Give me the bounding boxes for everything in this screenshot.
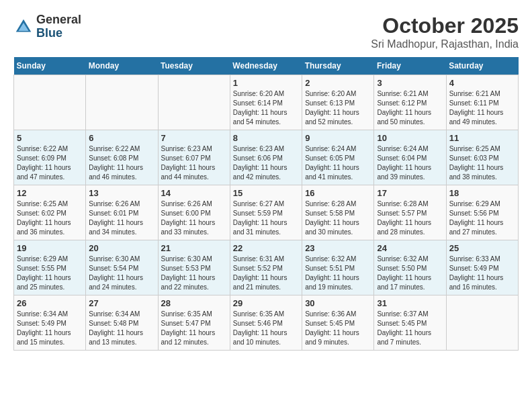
calendar-cell: 25Sunrise: 6:33 AM Sunset: 5:49 PM Dayli… (446, 240, 518, 295)
day-info: Sunrise: 6:23 AM Sunset: 6:07 PM Dayligh… (161, 144, 227, 182)
calendar-cell: 10Sunrise: 6:24 AM Sunset: 6:04 PM Dayli… (374, 130, 446, 185)
day-info: Sunrise: 6:21 AM Sunset: 6:11 PM Dayligh… (449, 89, 515, 127)
day-number: 11 (449, 133, 515, 143)
calendar-cell: 15Sunrise: 6:27 AM Sunset: 5:59 PM Dayli… (230, 185, 302, 240)
day-info: Sunrise: 6:20 AM Sunset: 6:13 PM Dayligh… (305, 89, 371, 127)
day-info: Sunrise: 6:32 AM Sunset: 5:50 PM Dayligh… (377, 255, 443, 292)
calendar-cell: 20Sunrise: 6:30 AM Sunset: 5:54 PM Dayli… (86, 240, 158, 295)
day-number: 12 (17, 188, 83, 198)
day-info: Sunrise: 6:23 AM Sunset: 6:06 PM Dayligh… (233, 144, 299, 182)
column-header-thursday: Thursday (302, 57, 374, 75)
calendar-cell: 26Sunrise: 6:34 AM Sunset: 5:49 PM Dayli… (14, 295, 86, 351)
calendar-cell: 17Sunrise: 6:28 AM Sunset: 5:57 PM Dayli… (374, 185, 446, 240)
calendar-cell: 23Sunrise: 6:32 AM Sunset: 5:51 PM Dayli… (302, 240, 374, 295)
day-info: Sunrise: 6:20 AM Sunset: 6:14 PM Dayligh… (233, 89, 299, 127)
calendar-cell: 3Sunrise: 6:21 AM Sunset: 6:12 PM Daylig… (374, 75, 446, 130)
calendar-header-row: SundayMondayTuesdayWednesdayThursdayFrid… (14, 57, 519, 75)
calendar-cell: 16Sunrise: 6:28 AM Sunset: 5:58 PM Dayli… (302, 185, 374, 240)
day-number: 6 (89, 133, 154, 143)
column-header-friday: Friday (374, 57, 446, 75)
calendar-cell: 13Sunrise: 6:26 AM Sunset: 6:01 PM Dayli… (86, 185, 158, 240)
calendar-cell: 27Sunrise: 6:34 AM Sunset: 5:48 PM Dayli… (86, 295, 158, 351)
logo-text: General Blue (36, 13, 81, 40)
calendar-cell: 2Sunrise: 6:20 AM Sunset: 6:13 PM Daylig… (302, 75, 374, 130)
day-number: 10 (377, 133, 443, 143)
day-number: 26 (17, 298, 83, 308)
day-number: 25 (449, 243, 515, 253)
day-number: 4 (449, 78, 515, 88)
day-number: 18 (449, 188, 515, 198)
day-info: Sunrise: 6:30 AM Sunset: 5:54 PM Dayligh… (89, 255, 154, 292)
calendar-week-1: 1Sunrise: 6:20 AM Sunset: 6:14 PM Daylig… (14, 75, 519, 130)
day-number: 9 (305, 133, 371, 143)
day-number: 1 (233, 78, 299, 88)
day-number: 21 (161, 243, 227, 253)
column-header-monday: Monday (86, 57, 158, 75)
page-header: General Blue October 2025 Sri Madhopur, … (13, 13, 519, 50)
day-info: Sunrise: 6:32 AM Sunset: 5:51 PM Dayligh… (305, 255, 371, 292)
day-info: Sunrise: 6:27 AM Sunset: 5:59 PM Dayligh… (233, 199, 299, 237)
day-info: Sunrise: 6:30 AM Sunset: 5:53 PM Dayligh… (161, 255, 227, 292)
day-info: Sunrise: 6:24 AM Sunset: 6:05 PM Dayligh… (305, 144, 371, 182)
calendar-cell: 21Sunrise: 6:30 AM Sunset: 5:53 PM Dayli… (158, 240, 230, 295)
calendar-cell: 6Sunrise: 6:22 AM Sunset: 6:08 PM Daylig… (86, 130, 158, 185)
column-header-sunday: Sunday (14, 57, 86, 75)
column-header-wednesday: Wednesday (230, 57, 302, 75)
day-number: 16 (305, 188, 371, 198)
day-number: 30 (305, 298, 371, 308)
day-number: 28 (161, 298, 227, 308)
day-info: Sunrise: 6:35 AM Sunset: 5:46 PM Dayligh… (233, 310, 299, 347)
day-info: Sunrise: 6:29 AM Sunset: 5:55 PM Dayligh… (17, 255, 83, 292)
day-info: Sunrise: 6:29 AM Sunset: 5:56 PM Dayligh… (449, 199, 515, 237)
calendar-table: SundayMondayTuesdayWednesdayThursdayFrid… (13, 57, 519, 351)
column-header-tuesday: Tuesday (158, 57, 230, 75)
calendar-cell: 19Sunrise: 6:29 AM Sunset: 5:55 PM Dayli… (14, 240, 86, 295)
day-number: 8 (233, 133, 299, 143)
day-info: Sunrise: 6:31 AM Sunset: 5:52 PM Dayligh… (233, 255, 299, 292)
day-info: Sunrise: 6:25 AM Sunset: 6:03 PM Dayligh… (449, 144, 515, 182)
calendar-cell: 14Sunrise: 6:26 AM Sunset: 6:00 PM Dayli… (158, 185, 230, 240)
day-info: Sunrise: 6:36 AM Sunset: 5:45 PM Dayligh… (305, 310, 371, 347)
day-number: 23 (305, 243, 371, 253)
calendar-cell: 1Sunrise: 6:20 AM Sunset: 6:14 PM Daylig… (230, 75, 302, 130)
day-number: 19 (17, 243, 83, 253)
day-number: 17 (377, 188, 443, 198)
day-number: 31 (377, 298, 443, 308)
calendar-cell: 22Sunrise: 6:31 AM Sunset: 5:52 PM Dayli… (230, 240, 302, 295)
day-info: Sunrise: 6:25 AM Sunset: 6:02 PM Dayligh… (17, 199, 83, 237)
calendar-cell: 28Sunrise: 6:35 AM Sunset: 5:47 PM Dayli… (158, 295, 230, 351)
calendar-cell (446, 295, 518, 351)
day-number: 15 (233, 188, 299, 198)
location-subtitle: Sri Madhopur, Rajasthan, India (371, 38, 519, 50)
calendar-cell: 24Sunrise: 6:32 AM Sunset: 5:50 PM Dayli… (374, 240, 446, 295)
day-info: Sunrise: 6:22 AM Sunset: 6:09 PM Dayligh… (17, 144, 83, 182)
day-number: 2 (305, 78, 371, 88)
day-info: Sunrise: 6:22 AM Sunset: 6:08 PM Dayligh… (89, 144, 154, 182)
month-title: October 2025 (371, 13, 519, 38)
calendar-cell: 30Sunrise: 6:36 AM Sunset: 5:45 PM Dayli… (302, 295, 374, 351)
day-info: Sunrise: 6:35 AM Sunset: 5:47 PM Dayligh… (161, 310, 227, 347)
day-number: 13 (89, 188, 154, 198)
calendar-cell (14, 75, 86, 130)
day-info: Sunrise: 6:37 AM Sunset: 5:45 PM Dayligh… (377, 310, 443, 347)
calendar-week-5: 26Sunrise: 6:34 AM Sunset: 5:49 PM Dayli… (14, 295, 519, 351)
day-info: Sunrise: 6:26 AM Sunset: 6:01 PM Dayligh… (89, 199, 154, 237)
day-number: 29 (233, 298, 299, 308)
calendar-cell: 11Sunrise: 6:25 AM Sunset: 6:03 PM Dayli… (446, 130, 518, 185)
calendar-cell: 29Sunrise: 6:35 AM Sunset: 5:46 PM Dayli… (230, 295, 302, 351)
day-number: 7 (161, 133, 227, 143)
day-number: 14 (161, 188, 227, 198)
day-info: Sunrise: 6:28 AM Sunset: 5:58 PM Dayligh… (305, 199, 371, 237)
day-info: Sunrise: 6:21 AM Sunset: 6:12 PM Dayligh… (377, 89, 443, 127)
day-number: 3 (377, 78, 443, 88)
calendar-cell: 9Sunrise: 6:24 AM Sunset: 6:05 PM Daylig… (302, 130, 374, 185)
day-number: 24 (377, 243, 443, 253)
calendar-cell: 31Sunrise: 6:37 AM Sunset: 5:45 PM Dayli… (374, 295, 446, 351)
logo: General Blue (13, 13, 81, 40)
calendar-cell: 12Sunrise: 6:25 AM Sunset: 6:02 PM Dayli… (14, 185, 86, 240)
day-info: Sunrise: 6:34 AM Sunset: 5:49 PM Dayligh… (17, 310, 83, 347)
calendar-cell (158, 75, 230, 130)
logo-blue-text: Blue (36, 27, 81, 40)
column-header-saturday: Saturday (446, 57, 518, 75)
day-number: 20 (89, 243, 154, 253)
